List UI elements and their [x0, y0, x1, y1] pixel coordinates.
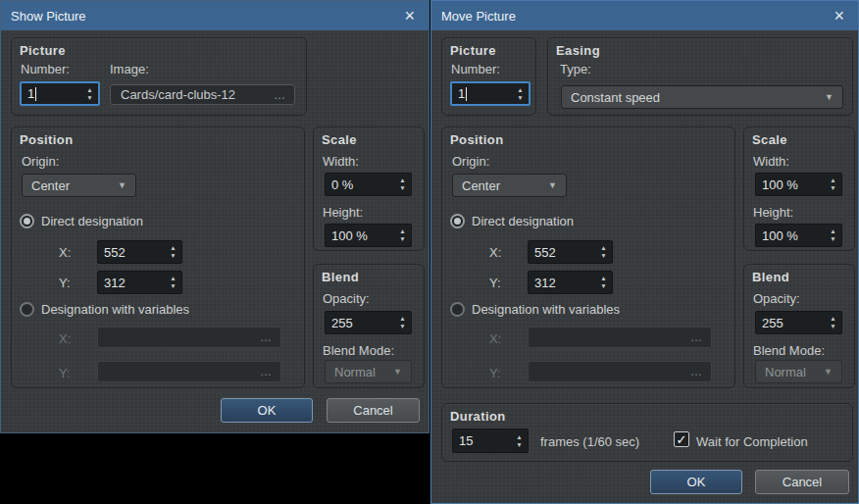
opacity-label: Opacity: — [753, 291, 800, 306]
origin-dropdown[interactable]: Center ▼ — [22, 174, 136, 197]
chevron-down-icon: ▼ — [548, 180, 557, 190]
direct-designation-radio[interactable]: Direct designation — [20, 214, 143, 228]
spin-down-icon[interactable]: ▼ — [516, 442, 522, 448]
frames-label: frames (1/60 sec) — [540, 434, 639, 449]
spin-up-icon[interactable]: ▲ — [170, 276, 176, 281]
spin-up-icon[interactable]: ▲ — [170, 245, 176, 251]
direct-designation-label: Direct designation — [472, 214, 574, 228]
opacity-value: 255 — [326, 312, 394, 333]
direct-designation-label: Direct designation — [41, 214, 143, 228]
spin-down-icon[interactable]: ▼ — [600, 253, 606, 259]
scale-height-spinner[interactable]: 100 % ▲ ▼ — [755, 224, 842, 247]
position-group: Position Origin: Center ▼ Direct designa… — [11, 126, 305, 388]
origin-dropdown[interactable]: Center ▼ — [452, 174, 567, 197]
image-select-button[interactable]: Cards/card-clubs-12 … — [110, 84, 295, 105]
ellipsis-icon: … — [690, 330, 703, 344]
easing-type-dropdown[interactable]: Constant speed ▼ — [561, 85, 843, 109]
image-label: Image: — [110, 62, 149, 76]
origin-value: Center — [462, 178, 500, 193]
spin-up-icon[interactable]: ▲ — [830, 177, 835, 183]
spin-up-icon[interactable]: ▲ — [830, 228, 835, 234]
scale-width-value: 0 % — [326, 174, 394, 195]
ok-button[interactable]: OK — [650, 470, 742, 494]
variables-designation-label: Designation with variables — [472, 302, 620, 317]
spin-down-icon[interactable]: ▼ — [170, 253, 176, 259]
spin-up-icon[interactable]: ▲ — [830, 316, 835, 322]
spinner-arrows: ▲ ▼ — [511, 429, 528, 452]
wait-completion-label: Wait for Completion — [696, 434, 808, 449]
close-icon[interactable]: × — [402, 7, 417, 25]
spinner-arrows: ▲ ▼ — [394, 225, 411, 246]
x-spinner[interactable]: 552 ▲ ▼ — [97, 240, 182, 264]
cancel-button[interactable]: Cancel — [755, 470, 849, 494]
spin-down-icon[interactable]: ▼ — [399, 324, 405, 329]
spin-up-icon[interactable]: ▲ — [399, 228, 405, 234]
spin-up-icon[interactable]: ▲ — [399, 316, 405, 322]
ok-button[interactable]: OK — [221, 398, 313, 423]
width-label: Width: — [753, 154, 789, 169]
chevron-down-icon: ▼ — [824, 367, 833, 377]
direct-designation-radio[interactable]: Direct designation — [450, 214, 574, 228]
spin-up-icon[interactable]: ▲ — [86, 87, 92, 93]
spin-down-icon[interactable]: ▼ — [86, 95, 92, 101]
spin-up-icon[interactable]: ▲ — [516, 434, 522, 440]
x-spinner[interactable]: 552 ▲ ▼ — [528, 240, 613, 264]
show-picture-dialog: Show Picture × Picture Number: 1 ▲ ▼ Ima… — [0, 0, 430, 433]
variables-designation-radio[interactable]: Designation with variables — [450, 302, 620, 317]
picture-number-spinner[interactable]: 1 ▲ ▼ — [20, 81, 100, 106]
check-icon: ✓ — [677, 433, 687, 446]
origin-label: Origin: — [22, 154, 59, 169]
spin-down-icon[interactable]: ▼ — [830, 185, 835, 191]
scale-width-spinner[interactable]: 100 % ▲ ▼ — [755, 173, 842, 196]
spin-down-icon[interactable]: ▼ — [830, 236, 835, 242]
wait-completion-checkbox[interactable]: ✓ — [674, 431, 689, 447]
text-caret — [466, 87, 467, 101]
spinner-arrows: ▲ ▼ — [595, 272, 612, 293]
move-picture-titlebar[interactable]: Move Picture × — [431, 1, 858, 30]
spin-down-icon[interactable]: ▼ — [830, 324, 835, 329]
spin-down-icon[interactable]: ▼ — [399, 185, 405, 191]
ellipsis-icon: … — [690, 365, 703, 378]
scale-height-spinner[interactable]: 100 % ▲ ▼ — [325, 224, 412, 247]
variables-designation-radio[interactable]: Designation with variables — [20, 302, 189, 317]
duration-spinner[interactable]: 15 ▲ ▼ — [452, 428, 529, 453]
spin-up-icon[interactable]: ▲ — [600, 245, 606, 251]
chevron-down-icon: ▼ — [825, 92, 834, 102]
spin-down-icon[interactable]: ▼ — [399, 236, 405, 242]
image-value: Cards/card-clubs-12 — [121, 87, 274, 102]
picture-group: Picture Number: 1 ▲ ▼ Image: Cards/card-… — [11, 37, 307, 116]
spin-up-icon[interactable]: ▲ — [517, 87, 523, 93]
scale-width-spinner[interactable]: 0 % ▲ ▼ — [325, 173, 412, 196]
spin-down-icon[interactable]: ▼ — [517, 95, 523, 101]
y-spinner[interactable]: 312 ▲ ▼ — [528, 271, 613, 294]
spinner-arrows: ▲ ▼ — [825, 312, 841, 333]
spin-down-icon[interactable]: ▼ — [170, 283, 176, 289]
cancel-button[interactable]: Cancel — [327, 398, 420, 423]
spinner-arrows: ▲ ▼ — [394, 312, 411, 333]
y-label: Y: — [489, 276, 501, 290]
blend-mode-label: Blend Mode: — [323, 343, 394, 358]
opacity-spinner[interactable]: 255 ▲ ▼ — [325, 311, 412, 334]
opacity-spinner[interactable]: 255 ▲ ▼ — [755, 311, 842, 334]
x-value: 552 — [529, 241, 595, 263]
y-spinner[interactable]: 312 ▲ ▼ — [97, 271, 182, 294]
scale-width-value: 100 % — [756, 174, 825, 195]
spin-down-icon[interactable]: ▼ — [600, 283, 606, 289]
spin-up-icon[interactable]: ▲ — [399, 177, 405, 183]
move-picture-dialog: Move Picture × Picture Number: 1 ▲ ▼ Eas… — [430, 0, 859, 504]
scale-height-value: 100 % — [326, 225, 394, 246]
spin-up-icon[interactable]: ▲ — [600, 276, 606, 281]
x-label: X: — [489, 245, 501, 260]
origin-label: Origin: — [452, 154, 489, 169]
position-group: Position Origin: Center ▼ Direct designa… — [441, 126, 735, 388]
close-icon[interactable]: × — [832, 7, 846, 25]
easing-group-title: Easing — [556, 43, 600, 58]
opacity-value: 255 — [756, 312, 825, 333]
show-picture-titlebar[interactable]: Show Picture × — [1, 1, 429, 30]
var-x-label: X: — [489, 331, 501, 346]
spinner-arrows: ▲ ▼ — [825, 225, 841, 246]
picture-number-spinner[interactable]: 1 ▲ ▼ — [450, 81, 531, 106]
picture-number-value: 1 — [458, 86, 465, 101]
radio-on-icon — [450, 214, 465, 228]
var-y-field: … — [97, 361, 281, 382]
